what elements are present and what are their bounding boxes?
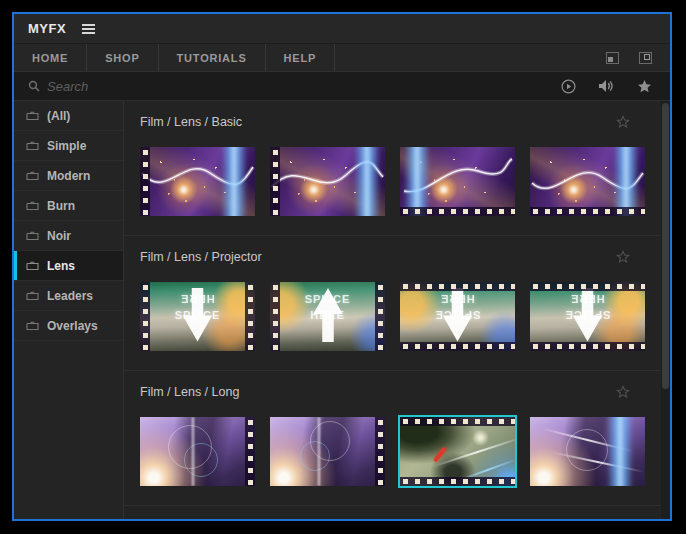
sidebar-item-overlays[interactable]: Overlays: [14, 311, 123, 341]
film-sprockets: [140, 282, 150, 351]
nav-icons: [606, 44, 670, 71]
film-sprockets: [400, 417, 515, 426]
titlebar: MYFX: [14, 14, 670, 43]
light-streak: [404, 147, 430, 216]
sidebar: (All) Simple Modern Burn Noir Lens: [14, 101, 124, 519]
sidebar-item-label: Overlays: [47, 319, 98, 333]
tab-help[interactable]: HELP: [266, 44, 336, 71]
sidebar-item-label: Leaders: [47, 289, 93, 303]
light-streak: [354, 147, 380, 216]
nav-spacer: [335, 44, 606, 71]
menu-icon[interactable]: [82, 24, 95, 34]
thumbnail-row: [124, 147, 670, 216]
sidebar-item-all[interactable]: (All): [14, 101, 123, 131]
film-sprockets: [400, 342, 515, 351]
search-input[interactable]: [47, 79, 561, 94]
search-icon: [28, 80, 40, 92]
sidebar-item-label: Simple: [47, 139, 86, 153]
navbar: HOME SHOP TUTORIALS HELP: [14, 43, 670, 71]
light-streak: [613, 147, 639, 216]
folder-icon: [26, 321, 39, 331]
film-sprockets: [400, 207, 515, 216]
film-sprockets: [530, 342, 645, 351]
section-film-lens-basic: Film / Lens / Basic: [124, 101, 670, 236]
light-streak: [221, 147, 247, 216]
scrollbar-track[interactable]: [661, 101, 670, 519]
play-circle-icon[interactable]: [561, 79, 576, 94]
sidebar-item-label: Burn: [47, 199, 75, 213]
section-title: Film / Lens / Basic: [140, 115, 616, 129]
folder-icon: [26, 141, 39, 151]
section-film-lens-long: Film / Lens / Long: [124, 371, 670, 506]
effect-thumbnail[interactable]: [530, 417, 645, 486]
tab-home[interactable]: HOME: [14, 44, 87, 71]
effect-thumbnail[interactable]: HERE SPLICE: [400, 282, 515, 351]
nav-tabs: HOME SHOP TUTORIALS HELP: [14, 44, 335, 71]
sidebar-item-modern[interactable]: Modern: [14, 161, 123, 191]
sidebar-item-label: Lens: [47, 259, 75, 273]
film-sprockets: [400, 477, 515, 486]
film-sprockets: [270, 147, 280, 216]
effect-thumbnail[interactable]: [530, 147, 645, 216]
section-film-lens-projector: Film / Lens / Projector HERE SPLICE SPL: [124, 236, 670, 371]
effect-thumbnail[interactable]: [400, 147, 515, 216]
scrollbar-thumb[interactable]: [662, 103, 669, 389]
film-sprockets: [245, 282, 255, 351]
effect-thumbnail[interactable]: HERE SPLICE: [530, 282, 645, 351]
light-streak: [607, 417, 633, 486]
folder-icon: [26, 111, 39, 121]
effect-thumbnail[interactable]: [270, 147, 385, 216]
sidebar-item-noir[interactable]: Noir: [14, 221, 123, 251]
sidebar-item-simple[interactable]: Simple: [14, 131, 123, 161]
sidebar-item-label: Noir: [47, 229, 71, 243]
sidebar-item-label: Modern: [47, 169, 90, 183]
film-sprockets: [400, 282, 515, 291]
sidebar-item-lens[interactable]: Lens: [14, 251, 123, 281]
effect-thumbnail[interactable]: [140, 417, 255, 486]
film-sprockets: [375, 282, 385, 351]
section-star-icon[interactable]: [616, 250, 630, 264]
thumbnail-row: HERE SPLICE SPLICE HERE HERE: [124, 282, 670, 351]
section-star-icon[interactable]: [616, 385, 630, 399]
folder-icon: [26, 261, 39, 271]
film-sprockets: [530, 207, 645, 216]
light-line: [318, 417, 320, 486]
effect-thumbnail[interactable]: [140, 147, 255, 216]
folder-icon: [26, 231, 39, 241]
folder-icon: [26, 291, 39, 301]
film-sprockets: [530, 282, 645, 291]
sidebar-item-label: (All): [47, 109, 70, 123]
effect-thumbnail-selected[interactable]: [400, 417, 515, 486]
section-title: Film / Lens / Long: [140, 385, 616, 399]
lens-flare-ring: [300, 441, 330, 471]
content: Film / Lens / Basic: [124, 101, 670, 519]
film-sprockets: [270, 282, 280, 351]
sidebar-item-burn[interactable]: Burn: [14, 191, 123, 221]
sidebar-item-leaders[interactable]: Leaders: [14, 281, 123, 311]
folder-icon: [26, 171, 39, 181]
thumbnail-row: [124, 417, 670, 486]
panel-layout-bottom-left-icon[interactable]: [606, 52, 619, 64]
searchbar: [14, 71, 670, 101]
main-area: (All) Simple Modern Burn Noir Lens: [14, 101, 670, 519]
lens-flare-ring: [184, 443, 218, 477]
film-sprockets: [375, 417, 385, 486]
search-toolbar: [561, 79, 656, 94]
effect-thumbnail[interactable]: [270, 417, 385, 486]
tab-tutorials[interactable]: TUTORIALS: [159, 44, 266, 71]
light-line: [192, 417, 194, 486]
speaker-icon[interactable]: [598, 79, 615, 93]
favorites-star-icon[interactable]: [637, 79, 652, 94]
panel-layout-top-right-icon[interactable]: [639, 52, 652, 64]
section-title: Film / Lens / Projector: [140, 250, 616, 264]
film-sprockets: [245, 417, 255, 486]
film-sprockets: [140, 147, 150, 216]
red-object: [433, 447, 447, 463]
app-window: MYFX HOME SHOP TUTORIALS HELP: [12, 12, 672, 521]
folder-icon: [26, 201, 39, 211]
effect-thumbnail[interactable]: HERE SPLICE: [140, 282, 255, 351]
section-star-icon[interactable]: [616, 115, 630, 129]
tab-shop[interactable]: SHOP: [87, 44, 158, 71]
app-title: MYFX: [28, 21, 66, 36]
effect-thumbnail[interactable]: SPLICE HERE: [270, 282, 385, 351]
